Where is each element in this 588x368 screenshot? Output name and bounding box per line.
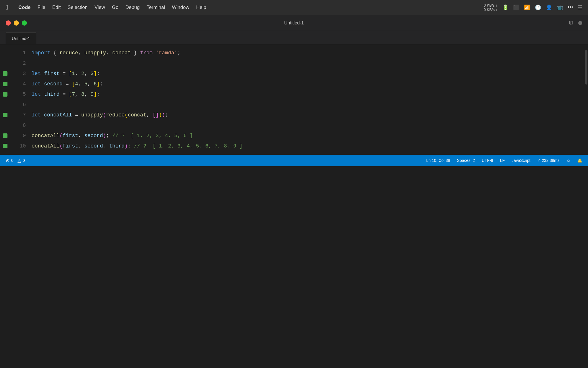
language-mode[interactable]: JavaScript [512, 158, 530, 163]
token-kw: let [32, 89, 41, 99]
code-line[interactable]: let concatAll = unapply(reduce(concat, [… [30, 110, 584, 120]
token-plain: = [63, 79, 72, 89]
indentation[interactable]: Spaces: 2 [457, 158, 475, 163]
code-line[interactable]: let third = [7, 8, 9]; [30, 89, 584, 99]
smiley-icon[interactable]: ☺ [566, 158, 570, 163]
token-num: 9 [90, 89, 94, 99]
split-editor-icon[interactable]: ⧉ [569, 19, 574, 27]
token-kw: let [32, 110, 41, 120]
line-number: 7 [10, 110, 26, 120]
scrollbar-thumb[interactable] [585, 50, 587, 85]
breakpoint-row [0, 120, 10, 131]
menu-selection[interactable]: Selection [64, 3, 91, 12]
menu-view[interactable]: View [91, 3, 109, 12]
token-plain [41, 79, 44, 89]
tab-row: Untitled-1 [0, 31, 588, 44]
token-var: first [44, 68, 59, 79]
token-bracket: ] [97, 79, 100, 89]
vertical-scrollbar[interactable] [584, 44, 588, 155]
breakpoint-dot[interactable] [3, 71, 7, 76]
breakpoint-dot[interactable] [3, 113, 7, 117]
battery-icon: 🔋 [502, 4, 508, 11]
token-plain: ; [106, 131, 112, 141]
token-plain: ; [97, 89, 100, 99]
tab-untitled-1[interactable]: Untitled-1 [6, 32, 36, 44]
warning-icon: △ [18, 158, 21, 163]
warning-count-value: 0 [23, 158, 25, 163]
menu-go[interactable]: Go [109, 3, 122, 12]
titlebar: Untitled-1 ⧉ [0, 15, 588, 31]
token-num: 2 [81, 68, 84, 79]
minimize-button[interactable] [14, 20, 19, 26]
line-number: 10 [10, 141, 26, 151]
status-bar: ⊗ 0 △ 0 Ln 10, Col 38 Spaces: 2 UTF-8 LF… [0, 155, 588, 166]
menu-help[interactable]: Help [193, 3, 210, 12]
clock-icon: 🕐 [535, 4, 541, 11]
code-line[interactable]: concatAll(first, second, third); // ? [ … [30, 141, 584, 151]
token-plain: , [84, 68, 91, 79]
breakpoint-row [0, 99, 10, 110]
code-line[interactable]: concatAll(first, second); // ? [ 1, 2, 3… [30, 131, 584, 141]
token-plain: } [131, 48, 140, 58]
status-right: Ln 10, Col 38 Spaces: 2 UTF-8 LF JavaScr… [426, 158, 582, 163]
menu-edit[interactable]: Edit [49, 3, 64, 12]
token-num: 3 [90, 68, 94, 79]
token-var: first [63, 141, 78, 151]
airplay-icon: ⬛ [513, 4, 519, 11]
code-line[interactable] [30, 120, 584, 131]
breakpoint-dot[interactable] [3, 82, 7, 86]
token-plain [41, 68, 44, 79]
maximize-button[interactable] [22, 20, 27, 26]
code-line[interactable]: import { reduce, unapply, concat } from … [30, 48, 584, 58]
token-plain: = [72, 110, 81, 120]
token-plain: ; [100, 79, 103, 89]
titlebar-actions: ⧉ [569, 19, 582, 27]
code-line[interactable] [30, 58, 584, 68]
encoding[interactable]: UTF-8 [482, 158, 493, 163]
code-line[interactable]: let second = [4, 5, 6]; [30, 79, 584, 89]
menu-window[interactable]: Window [169, 3, 193, 12]
error-count[interactable]: ⊗ 0 △ 0 [6, 158, 25, 163]
code-editor[interactable]: 12345678910 import { reduce, unapply, co… [0, 44, 588, 155]
menu-debug[interactable]: Debug [122, 3, 143, 12]
cursor-position[interactable]: Ln 10, Col 38 [426, 158, 450, 163]
bell-icon[interactable]: 🔔 [577, 158, 582, 163]
close-button[interactable] [6, 20, 11, 26]
menu-terminal[interactable]: Terminal [143, 3, 169, 12]
token-plain: ; [177, 48, 181, 58]
token-plain: ; [97, 68, 100, 79]
window-title: Untitled-1 [284, 20, 304, 26]
token-plain: , [146, 110, 153, 120]
token-plain [41, 110, 44, 120]
line-ending[interactable]: LF [500, 158, 505, 163]
breakpoint-row [0, 79, 10, 89]
breakpoint-dot[interactable] [3, 92, 7, 97]
token-from-kw: from [140, 48, 152, 58]
breakpoint-dot[interactable] [3, 133, 7, 138]
menu-file[interactable]: File [34, 3, 49, 12]
menu-code[interactable]: Code [15, 3, 34, 12]
token-plain: , [78, 48, 84, 58]
token-fn: unapply [84, 48, 106, 58]
breakpoint-dot[interactable] [3, 144, 7, 148]
token-bracket: ] [94, 89, 97, 99]
token-bracket2: ] [156, 110, 159, 120]
token-plain: , [84, 89, 91, 99]
code-line[interactable] [30, 99, 584, 110]
token-bracket2: ( [59, 131, 63, 141]
token-num: 1 [72, 68, 75, 79]
token-num: 8 [81, 89, 84, 99]
code-line[interactable]: let first = [1, 2, 3]; [30, 68, 584, 79]
token-str: 'ramda' [156, 48, 177, 58]
breakpoints-gutter [0, 44, 10, 155]
apple-menu[interactable]:  [6, 4, 8, 11]
token-plain: , [75, 68, 81, 79]
token-num: 6 [94, 79, 97, 89]
code-content[interactable]: import { reduce, unapply, concat } from … [30, 44, 584, 155]
breakpoint-row [0, 131, 10, 141]
breakpoint-row [0, 58, 10, 68]
token-kw: let [32, 79, 41, 89]
line-number: 3 [10, 68, 26, 79]
breakpoint-row [0, 48, 10, 58]
unsaved-indicator [578, 21, 582, 25]
